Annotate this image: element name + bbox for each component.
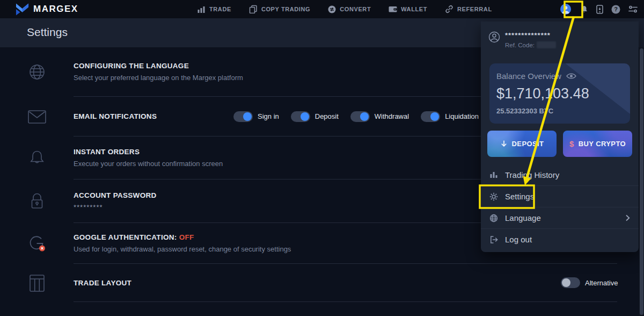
buy-crypto-label: BUY CRYPTO [579, 140, 626, 148]
bell-icon [0, 137, 74, 179]
toggle-item: Liquidation [421, 111, 479, 122]
account-dropdown: ************** Ref. Code: Balance Overvi… [481, 21, 639, 252]
wallet-icon [389, 5, 397, 13]
toggle-sign-in[interactable] [233, 111, 253, 122]
mobile-app-icon[interactable] [596, 5, 603, 14]
trade-layout-toggle-group: Alternative [561, 264, 618, 301]
row-title: TRADE LAYOUT [74, 279, 617, 287]
nav-label: WALLET [401, 6, 427, 12]
ref-code-label: Ref. Code: [505, 42, 535, 48]
toggle-liquidation[interactable] [421, 111, 440, 122]
copy-icon [249, 5, 258, 13]
toggle-label: Liquidation [445, 112, 479, 120]
menu-label: Language [505, 213, 541, 222]
nav-menu: TRADE COPY TRADING CONVERT [197, 0, 492, 18]
menu-item-log-out[interactable]: Log out [481, 228, 639, 250]
help-icon[interactable]: ? [611, 5, 620, 14]
google-auth-icon [0, 223, 74, 264]
toggle-item: Sign in [233, 111, 279, 122]
toggle-label: Deposit [315, 112, 339, 120]
svg-text:?: ? [614, 6, 618, 12]
lock-icon [0, 179, 74, 223]
brand-name: MARGEX [33, 4, 78, 15]
ref-code-row: Ref. Code: [505, 41, 556, 48]
margex-logo[interactable]: MARGEX [16, 2, 78, 16]
menu-item-settings[interactable]: Settings [481, 185, 639, 207]
masked-account: ************** [505, 31, 556, 39]
arrow-down-icon [500, 140, 508, 148]
nav-right-icons: ? [559, 0, 638, 18]
deposit-button[interactable]: DEPOSIT [487, 131, 557, 157]
layout-icon [0, 264, 74, 302]
avatar-outline-icon [488, 31, 500, 48]
logout-icon [489, 235, 498, 244]
nav-item-trade[interactable]: TRADE [197, 5, 231, 13]
chart-icon [489, 170, 498, 179]
link-icon [445, 5, 453, 13]
row-title-text: GOOGLE AUTHENTICATION: [74, 233, 177, 241]
menu-label: Log out [505, 235, 532, 244]
globe-icon [0, 47, 74, 97]
menu-item-trading-history[interactable]: Trading History [481, 164, 639, 185]
balance-label: Balance Overview [496, 71, 561, 81]
page-title: Settings [27, 26, 68, 39]
bar-chart-icon [197, 5, 206, 13]
dollar-icon: $ [569, 139, 574, 148]
toggle-alternative[interactable] [561, 277, 580, 288]
nav-item-copy-trading[interactable]: COPY TRADING [249, 5, 310, 13]
deposit-label: DEPOSIT [512, 140, 544, 148]
convert-icon [328, 5, 336, 13]
toggle-item: Withdrawal [350, 111, 409, 122]
toggle-item: Deposit [291, 111, 339, 122]
notifications-bell-icon[interactable] [580, 5, 588, 13]
toggle-label: Withdrawal [375, 112, 409, 120]
eye-icon[interactable] [566, 73, 576, 80]
top-navbar: MARGEX TRADE COPY TRADING [0, 0, 644, 18]
profile-icon[interactable] [559, 3, 572, 15]
toggle-label: Alternative [585, 279, 618, 287]
margex-logo-icon [16, 2, 29, 16]
scrollbar-thumb[interactable] [640, 48, 643, 315]
dropdown-action-buttons: DEPOSIT $ BUY CRYPTO [487, 131, 632, 157]
balance-btc: 25.52332303 BTC [496, 107, 623, 115]
status-badge: OFF [179, 233, 194, 241]
balance-overview-card: Balance Overview $1,710,103.48 25.523323… [489, 63, 630, 124]
nav-item-wallet[interactable]: WALLET [389, 5, 427, 13]
preferences-icon[interactable] [628, 5, 638, 13]
menu-label: Settings [505, 192, 534, 201]
mail-icon [0, 97, 74, 137]
menu-item-language[interactable]: Language [481, 207, 639, 228]
nav-label: COPY TRADING [261, 6, 310, 12]
globe-small-icon [489, 214, 498, 222]
toggle-label: Sign in [258, 112, 279, 120]
menu-label: Trading History [505, 170, 559, 179]
balance-usd: $1,710,103.48 [496, 85, 623, 102]
nav-label: TRADE [209, 6, 231, 12]
settings-row-trade-layout: TRADE LAYOUT Alternative [0, 264, 644, 302]
buy-crypto-button[interactable]: $ BUY CRYPTO [563, 131, 632, 157]
ref-code-redacted [537, 41, 556, 48]
account-header: ************** Ref. Code: [488, 31, 556, 48]
email-toggle-group: Sign in Deposit Withdrawal Liquidation S [233, 97, 519, 136]
dropdown-menu: Trading History Settings Language [481, 164, 639, 250]
nav-label: REFERRAL [457, 6, 492, 12]
nav-item-convert[interactable]: CONVERT [328, 5, 371, 13]
chevron-right-icon [626, 214, 630, 221]
scrollbar-track[interactable] [639, 47, 644, 316]
gear-icon [489, 192, 498, 201]
toggle-withdrawal[interactable] [350, 111, 370, 122]
toggle-deposit[interactable] [291, 111, 310, 122]
nav-label: CONVERT [340, 6, 371, 12]
nav-item-referral[interactable]: REFERRAL [445, 5, 492, 13]
